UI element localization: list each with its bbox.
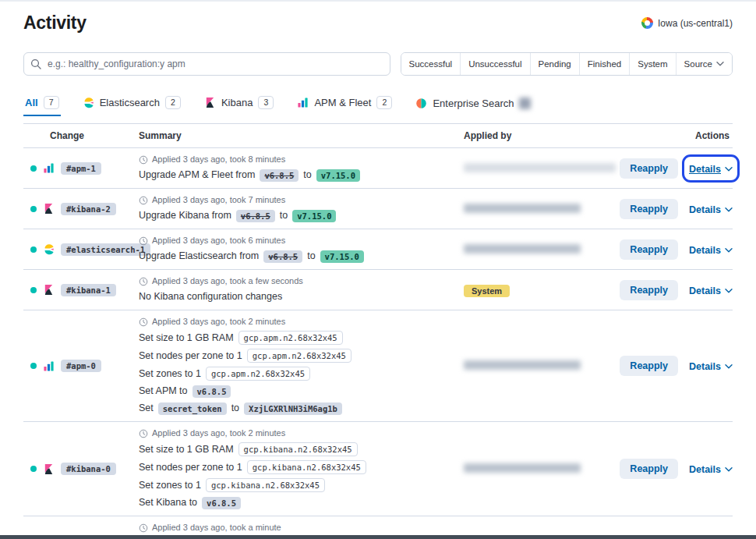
summary-cell: Applied 3 days ago, took 8 minutesUpgrad… <box>139 154 464 182</box>
change-id-badge: #apm-0 <box>61 360 101 372</box>
details-wrap: Details <box>689 283 733 297</box>
details-label: Details <box>689 285 721 296</box>
tab-label: Kibana <box>221 97 253 108</box>
applied-time: Applied 3 days ago, took 6 minutes <box>139 236 456 246</box>
gcp-cloud-icon <box>641 17 653 29</box>
tab-count-redacted <box>519 98 531 109</box>
tab-all[interactable]: All7 <box>23 93 61 116</box>
summary-text: Upgrade Kibana from <box>139 209 231 222</box>
page-title: Activity <box>23 12 87 34</box>
activity-row: #apm-1Applied 3 days ago, took 8 minutes… <box>23 148 733 189</box>
apm-icon <box>43 360 55 372</box>
redacted-user <box>464 463 581 473</box>
reapply-button[interactable]: Reapply <box>620 239 678 260</box>
applied-time: Applied 3 days ago, took 7 minutes <box>139 195 456 205</box>
applied-time: Applied 3 days ago, took a few seconds <box>139 276 456 286</box>
actions-cell: ReapplyDetails <box>616 239 733 260</box>
applied-time-text: Applied 3 days ago, took a minute <box>152 523 281 533</box>
reapply-button[interactable]: Reapply <box>620 199 678 219</box>
summary-text: to <box>303 168 311 182</box>
filter-label: Pending <box>539 59 571 69</box>
table-body: #apm-1Applied 3 days ago, took 8 minutes… <box>23 148 733 539</box>
reapply-button[interactable]: Reapply <box>620 459 678 479</box>
applied-time: Applied 3 days ago, took 2 minutes <box>139 428 456 438</box>
applied-time-text: Applied 3 days ago, took 2 minutes <box>152 317 285 327</box>
details-button[interactable]: Details <box>689 285 733 296</box>
details-button[interactable]: Details <box>689 464 733 475</box>
details-button[interactable]: Details <box>689 204 733 215</box>
summary-text: to <box>231 402 239 415</box>
change-cell: #apm-0 <box>23 360 139 372</box>
region-selector[interactable]: Iowa (us-central1) <box>641 17 733 29</box>
tab-count: 2 <box>165 96 181 109</box>
filter-label: System <box>638 59 667 69</box>
details-label: Details <box>689 164 721 175</box>
clock-icon <box>139 236 148 246</box>
kibana-icon <box>43 284 55 296</box>
applied-time-text: Applied 3 days ago, took 8 minutes <box>152 154 285 165</box>
controls-bar: SuccessfulUnsuccessfulPendingFinishedSys… <box>23 52 733 76</box>
reapply-button[interactable]: Reapply <box>620 280 678 300</box>
summary-text: to <box>307 250 315 263</box>
chevron-down-icon <box>725 467 733 472</box>
tab-enterprise-search[interactable]: Enterprise Search <box>414 94 532 116</box>
summary-text: Set zones to 1 <box>139 479 201 492</box>
change-cell: #elasticsearch-1 <box>23 243 139 256</box>
redacted-user <box>464 204 581 213</box>
filter-button-source[interactable]: Source <box>676 53 732 75</box>
reapply-button[interactable]: Reapply <box>620 356 678 376</box>
status-dot <box>30 287 37 293</box>
actions-cell: ReapplyDetails <box>616 199 733 219</box>
column-header-change: Change <box>23 130 139 141</box>
summary-cell: Applied 3 days ago, took 2 minutesSet si… <box>139 317 464 415</box>
summary-line: Setsecret_tokentoXzjLGXRlNH3iM6ag1b <box>139 402 456 415</box>
activity-row: #kibana-1Applied 3 days ago, took a few … <box>23 270 733 310</box>
summary-text: Set size to 1 GB RAM <box>139 443 234 456</box>
details-button[interactable]: Details <box>689 164 733 175</box>
change-id-badge: #elasticsearch-1 <box>61 243 150 256</box>
value-badge: v7.15.0 <box>320 250 364 263</box>
elasticsearch-icon <box>43 243 55 255</box>
filter-group: SuccessfulUnsuccessfulPendingFinishedSys… <box>401 52 733 76</box>
applied-time-text: Applied 3 days ago, took 2 minutes <box>152 428 285 438</box>
activity-table: Change Summary Applied by Actions #apm-1… <box>23 123 733 539</box>
details-wrap: Details <box>689 462 733 476</box>
tab-kibana[interactable]: Kibana3 <box>203 93 275 116</box>
reapply-button[interactable]: Reapply <box>620 158 678 179</box>
table-header: Change Summary Applied by Actions <box>23 123 733 148</box>
filter-button-finished[interactable]: Finished <box>579 53 629 75</box>
kibana-icon <box>204 97 216 108</box>
details-button[interactable]: Details <box>689 361 733 372</box>
details-button[interactable]: Details <box>689 245 733 256</box>
change-cell: #kibana-0 <box>23 463 139 475</box>
tabs: All7Elasticsearch2Kibana3APM & Fleet2Ent… <box>23 93 733 116</box>
change-id-badge: #apm-1 <box>61 162 101 175</box>
tab-count: 2 <box>376 96 392 109</box>
filter-button-unsuccessful[interactable]: Unsuccessful <box>460 53 529 75</box>
applied-time: Applied 3 days ago, took 8 minutes <box>139 154 456 165</box>
chevron-down-icon <box>725 364 733 369</box>
actions-cell: ReapplyDetails <box>616 158 733 179</box>
applied-by-cell <box>464 202 616 216</box>
value-badge: v7.15.0 <box>292 210 336 222</box>
status-dot <box>30 165 37 172</box>
filter-button-pending[interactable]: Pending <box>530 53 579 75</box>
summary-text: Set nodes per zone to 1 <box>139 461 242 474</box>
chevron-down-icon <box>725 167 733 172</box>
details-wrap: Details <box>689 243 733 257</box>
tab-elasticsearch[interactable]: Elasticsearch2 <box>81 93 182 116</box>
filter-button-successful[interactable]: Successful <box>401 53 461 75</box>
tab-count: 7 <box>44 96 59 109</box>
search-input[interactable] <box>23 52 390 76</box>
change-cell: #kibana-2 <box>23 203 139 215</box>
value-badge: v6.8.5 <box>263 250 302 263</box>
clock-icon <box>139 196 148 205</box>
tab-apm-fleet[interactable]: APM & Fleet2 <box>295 93 394 116</box>
filter-button-system[interactable]: System <box>629 53 675 75</box>
applied-by-cell <box>464 161 616 176</box>
column-header-summary: Summary <box>139 130 464 141</box>
summary-line: Set nodes per zone to 1gcp.apm.n2.68x32x… <box>139 349 456 363</box>
window-edge <box>0 535 756 539</box>
details-label: Details <box>689 464 721 475</box>
status-dot <box>30 363 37 369</box>
